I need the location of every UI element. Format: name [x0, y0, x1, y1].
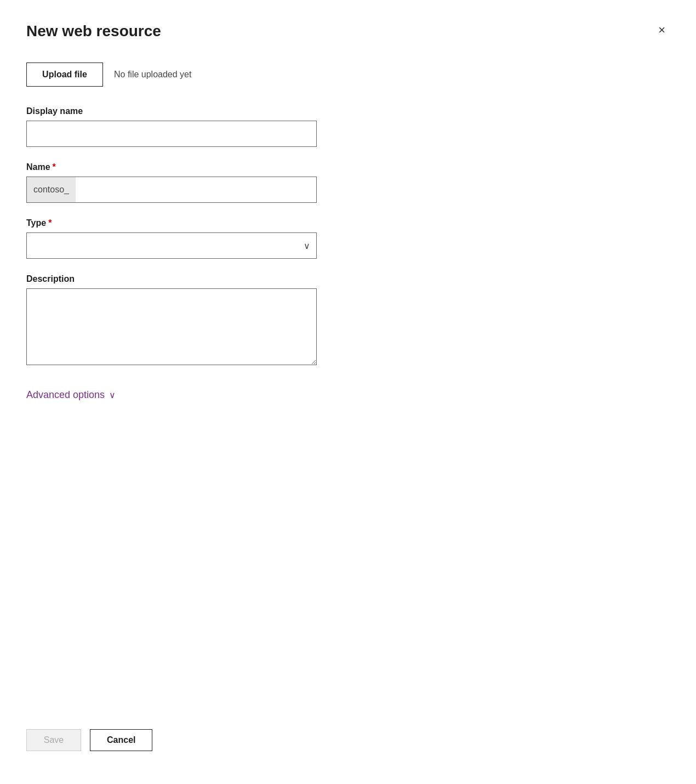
description-label: Description: [26, 274, 670, 284]
type-field: Type * Webpage (HTML) Style Sheet (CSS) …: [26, 218, 670, 259]
description-input[interactable]: [26, 288, 317, 365]
cancel-button[interactable]: Cancel: [90, 729, 152, 751]
dialog-header: New web resource ×: [26, 22, 670, 41]
type-select-wrapper: Webpage (HTML) Style Sheet (CSS) Script …: [26, 232, 317, 259]
dialog-title: New web resource: [26, 22, 161, 41]
advanced-options-toggle[interactable]: Advanced options ∨: [26, 387, 670, 403]
upload-row: Upload file No file uploaded yet: [26, 63, 670, 87]
display-name-input[interactable]: [26, 121, 317, 147]
type-label: Type *: [26, 218, 670, 228]
save-button[interactable]: Save: [26, 729, 81, 751]
name-field: Name * contoso_: [26, 162, 670, 203]
upload-status: No file uploaded yet: [114, 70, 191, 79]
name-input-wrapper: contoso_: [26, 177, 317, 203]
display-name-label: Display name: [26, 106, 670, 116]
dialog-footer: Save Cancel: [26, 707, 152, 762]
name-label: Name *: [26, 162, 670, 172]
dialog-body: Upload file No file uploaded yet Display…: [26, 63, 670, 762]
display-name-field: Display name: [26, 106, 670, 147]
close-button[interactable]: ×: [654, 22, 670, 38]
new-web-resource-dialog: New web resource × Upload file No file u…: [0, 0, 696, 784]
advanced-options-label: Advanced options: [26, 389, 105, 401]
name-required-star: *: [53, 162, 56, 172]
description-field: Description: [26, 274, 670, 367]
type-required-star: *: [48, 218, 52, 228]
name-input[interactable]: [26, 177, 317, 203]
upload-file-button[interactable]: Upload file: [26, 63, 103, 87]
type-select[interactable]: Webpage (HTML) Style Sheet (CSS) Script …: [26, 232, 317, 259]
advanced-options-chevron-icon: ∨: [109, 390, 116, 400]
